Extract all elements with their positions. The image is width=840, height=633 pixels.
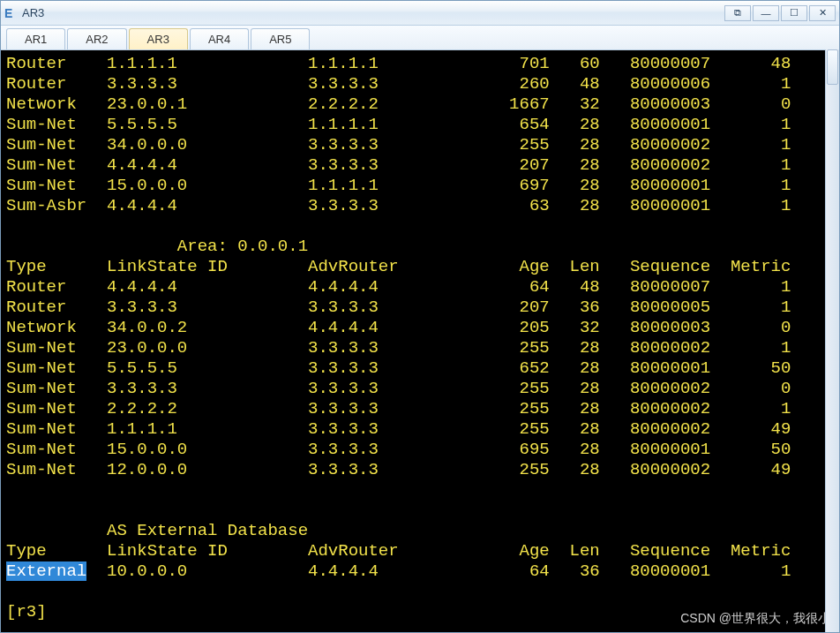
scrollbar-thumb[interactable]	[827, 49, 838, 85]
titlebar: E AR3 ⧉ — ☐ ✕	[1, 1, 839, 26]
tab-ar3[interactable]: AR3	[129, 28, 188, 49]
tab-ar2[interactable]: AR2	[67, 28, 126, 49]
tabbar: AR1AR2AR3AR4AR5	[1, 26, 839, 50]
window-title: AR3	[22, 6, 44, 19]
watermark: CSDN @世界很大，我很小	[680, 608, 830, 629]
vertical-scrollbar[interactable]	[825, 49, 839, 632]
maximize-button[interactable]: ☐	[781, 5, 807, 21]
tab-ar1[interactable]: AR1	[6, 28, 65, 49]
close-button[interactable]: ✕	[809, 5, 836, 21]
minimize-button[interactable]: —	[753, 5, 779, 21]
terminal-output[interactable]: Router 1.1.1.1 1.1.1.1 701 60 80000007 4…	[1, 50, 839, 633]
tab-ar4[interactable]: AR4	[190, 28, 249, 49]
popout-button[interactable]: ⧉	[724, 5, 751, 21]
tab-ar5[interactable]: AR5	[251, 28, 310, 49]
app-icon: E	[4, 6, 19, 20]
